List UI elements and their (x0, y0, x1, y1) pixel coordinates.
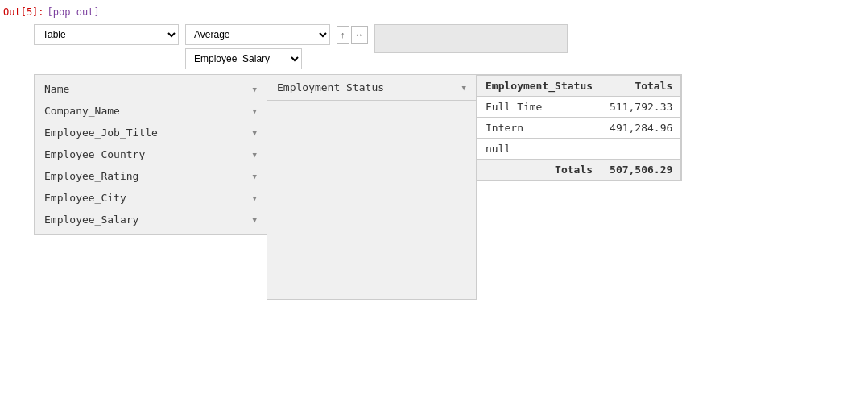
field-item-company-name[interactable]: Company_Name ▼ (35, 100, 267, 122)
table-select-wrap: Table (34, 24, 179, 45)
field-arrow-rating: ▼ (253, 172, 257, 181)
field-select[interactable]: Employee_Salary (185, 48, 302, 69)
main-area: Name ▼ Company_Name ▼ Employee_Job_Title… (34, 74, 868, 300)
column-header[interactable]: Employment_Status ▼ (267, 75, 476, 101)
table-row: null (477, 139, 681, 160)
widget-area: Table Average Sum Count Min Max ↑ ↔ E (34, 24, 868, 300)
pop-out-link-wrap: [pop out] (48, 6, 100, 18)
field-arrow-country: ▼ (253, 151, 257, 159)
col1-header: Employment_Status (477, 76, 601, 97)
field-item-salary[interactable]: Employee_Salary ▼ (35, 209, 267, 230)
field-label-company-name: Company_Name (44, 105, 248, 117)
table-row: Intern 491,284.96 (477, 118, 681, 139)
middle-panel: Employment_Status ▼ (267, 74, 477, 300)
column-header-label: Employment_Status (277, 81, 384, 93)
aggregate-select[interactable]: Average Sum Count Min Max (185, 24, 330, 45)
field-arrow-name: ▼ (253, 85, 257, 93)
field-arrow-salary: ▼ (253, 216, 257, 224)
row-value-intern: 491,284.96 (601, 118, 681, 139)
field-arrow-city: ▼ (253, 194, 257, 202)
row-value-null (601, 139, 681, 160)
totals-label: Totals (477, 160, 601, 181)
col2-header: Totals (601, 76, 681, 97)
sort-icons: ↑ ↔ (337, 26, 368, 44)
field-arrow-job-title: ▼ (253, 129, 257, 137)
pop-out-link[interactable]: [pop out] (48, 6, 100, 18)
pivot-table-totals-row: Totals 507,506.29 (477, 160, 681, 181)
row-label-fulltime: Full Time (477, 97, 601, 118)
middle-body (267, 101, 476, 294)
agg-controls: Average Sum Count Min Max ↑ ↔ Employee_S… (185, 24, 368, 69)
pivot-table-header-row: Employment_Status Totals (477, 76, 681, 97)
table-row: Full Time 511,792.33 (477, 97, 681, 118)
field-label-job-title: Employee_Job_Title (44, 127, 248, 139)
field-label-country: Employee_Country (44, 148, 248, 160)
column-header-arrow: ▼ (462, 84, 466, 92)
table-select[interactable]: Table (34, 24, 179, 45)
agg-row1: Average Sum Count Min Max ↑ ↔ (185, 24, 368, 45)
field-label-city: Employee_City (44, 192, 248, 204)
field-item-rating[interactable]: Employee_Rating ▼ (35, 165, 267, 187)
pivot-table: Employment_Status Totals Full Time 511,7… (477, 75, 681, 181)
field-label-name: Name (44, 83, 248, 95)
sort-asc-button[interactable]: ↑ (337, 26, 349, 44)
right-panel: Employment_Status Totals Full Time 511,7… (477, 74, 682, 181)
field-item-city[interactable]: Employee_City ▼ (35, 187, 267, 209)
field-label-rating: Employee_Rating (44, 170, 248, 182)
field-item-job-title[interactable]: Employee_Job_Title ▼ (35, 122, 267, 143)
field-arrow-company-name: ▼ (253, 107, 257, 115)
field-label-salary: Employee_Salary (44, 214, 248, 226)
field-select-row: Employee_Salary (185, 48, 368, 69)
top-controls: Table Average Sum Count Min Max ↑ ↔ E (34, 24, 868, 69)
field-item-name[interactable]: Name ▼ (35, 78, 267, 100)
row-label-intern: Intern (477, 118, 601, 139)
top-right-empty-panel (374, 24, 568, 53)
sort-swap-button[interactable]: ↔ (351, 26, 368, 44)
row-label-null: null (477, 139, 601, 160)
fields-panel: Name ▼ Company_Name ▼ Employee_Job_Title… (34, 74, 267, 235)
row-value-fulltime: 511,792.33 (601, 97, 681, 118)
totals-value: 507,506.29 (601, 160, 681, 181)
output-label: Out[5]: (3, 6, 44, 18)
field-item-country[interactable]: Employee_Country ▼ (35, 143, 267, 165)
